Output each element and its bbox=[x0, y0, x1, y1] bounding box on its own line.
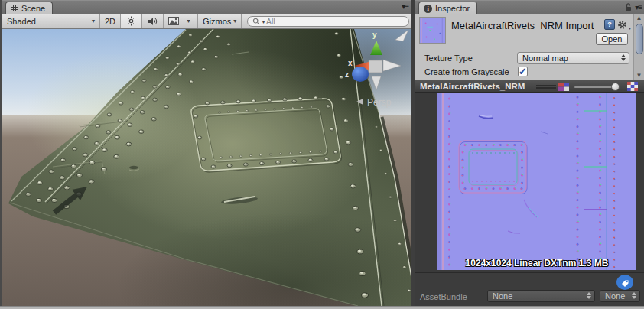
gizmos-dropdown[interactable]: Gizmos ▾ bbox=[197, 14, 242, 28]
asset-label-tag-icon[interactable] bbox=[616, 275, 633, 290]
rgb-channels-icon[interactable] bbox=[558, 83, 569, 91]
search-input[interactable] bbox=[266, 17, 404, 26]
grayscale-row: Create from Grayscale ✓ bbox=[415, 66, 644, 78]
dropdown-arrows-icon bbox=[632, 292, 636, 299]
scroll-down-icon[interactable]: ▼ bbox=[634, 72, 644, 79]
create-from-grayscale-checkbox[interactable]: ✓ bbox=[518, 67, 528, 76]
dropdown-arrows-icon bbox=[587, 292, 591, 299]
image-icon bbox=[168, 17, 179, 25]
shading-mode-label: Shaded bbox=[7, 17, 36, 26]
drag-handle-icon[interactable] bbox=[536, 85, 556, 89]
texture-import-header: MetalAircraftRivets_NRM Import ? ▾ Open … bbox=[415, 14, 644, 80]
lighting-toggle-button[interactable] bbox=[121, 14, 142, 28]
mip-slider-knob[interactable] bbox=[611, 83, 620, 91]
alpha-checker-icon[interactable] bbox=[627, 82, 638, 91]
checkmark-icon: ✓ bbox=[519, 66, 527, 77]
asset-bundle-label: AssetBundle bbox=[420, 292, 467, 301]
scene-search-field[interactable]: ▾ bbox=[247, 16, 409, 27]
gizmo-z-label: z bbox=[345, 70, 349, 79]
chevron-down-icon: ▾ bbox=[92, 18, 95, 24]
sun-icon bbox=[126, 16, 136, 26]
unity-editor-window: Scene ▾≡ Shaded ▾ 2D bbox=[0, 0, 644, 309]
search-filter-caret-icon[interactable]: ▾ bbox=[262, 19, 265, 24]
scene-panel-menu-icon[interactable]: ▾≡ bbox=[402, 2, 408, 11]
gizmo-x-label: x bbox=[348, 59, 353, 67]
texture-info-text: 1024x1024 Linear DXTnm 1.3 MB bbox=[437, 258, 636, 268]
inspector-tabbar: i Inspector ▾≡ bbox=[415, 0, 644, 14]
scene-tabbar: Scene ▾≡ bbox=[2, 0, 411, 14]
effects-dropdown[interactable]: ▾ bbox=[184, 14, 194, 28]
gizmo-z-cone[interactable] bbox=[352, 67, 369, 82]
texture-type-row: Texture Type Normal map bbox=[415, 52, 644, 64]
asset-bundle-dropdown[interactable]: None bbox=[487, 290, 595, 302]
inspector-tab-label: Inspector bbox=[435, 4, 470, 13]
projection-label[interactable]: Persp bbox=[367, 97, 392, 108]
chevron-down-icon: ▾ bbox=[629, 25, 631, 31]
scene-toolbar: Shaded ▾ 2D bbox=[2, 14, 411, 29]
gizmo-y-label: y bbox=[372, 31, 377, 39]
inspector-panel: i Inspector ▾≡ MetalAi bbox=[415, 0, 644, 306]
open-button[interactable]: Open bbox=[596, 33, 628, 45]
chevron-down-icon: ▾ bbox=[233, 18, 236, 24]
preview-title: MetalAircraftRivets_NRM bbox=[420, 82, 536, 91]
scroll-up-icon[interactable]: ▲ bbox=[634, 15, 644, 21]
info-icon: i bbox=[424, 5, 432, 13]
asset-bundle-section: AssetBundle None None bbox=[415, 272, 644, 306]
effects-toggle-button[interactable] bbox=[164, 14, 184, 28]
scrollbar-thumb[interactable] bbox=[636, 24, 643, 54]
asset-variant-dropdown[interactable]: None bbox=[600, 290, 640, 302]
settings-gear-dropdown[interactable]: ▾ bbox=[617, 19, 631, 30]
texture-type-label: Texture Type bbox=[424, 54, 473, 63]
asset-title: MetalAircraftRivets_NRM Import bbox=[451, 20, 595, 33]
search-icon bbox=[252, 18, 261, 26]
dropdown-arrows-icon bbox=[621, 54, 626, 61]
texture-preview-area[interactable]: 1024x1024 Linear DXTnm 1.3 MB bbox=[415, 93, 644, 272]
access-plate bbox=[191, 96, 342, 172]
texture-type-dropdown[interactable]: Normal map bbox=[517, 52, 629, 64]
tab-scene[interactable]: Scene bbox=[5, 2, 53, 15]
toggle-2d-button[interactable]: 2D bbox=[100, 14, 121, 28]
preview-header[interactable]: MetalAircraftRivets_NRM bbox=[415, 80, 644, 93]
shading-mode-dropdown[interactable]: Shaded ▾ bbox=[2, 14, 100, 28]
scene-viewport-3d[interactable]: y x z Persp bbox=[2, 29, 413, 306]
chevron-down-icon: ▾ bbox=[187, 18, 190, 24]
tab-inspector[interactable]: i Inspector bbox=[418, 2, 477, 15]
gear-icon bbox=[617, 20, 627, 30]
normal-map-preview[interactable] bbox=[437, 93, 636, 270]
audio-toggle-button[interactable] bbox=[142, 14, 164, 28]
inspector-scrollbar[interactable]: ▲ ▼ bbox=[633, 14, 644, 80]
gizmos-label: Gizmos bbox=[203, 17, 231, 26]
help-icon[interactable]: ? bbox=[604, 19, 615, 30]
texture-thumbnail[interactable] bbox=[419, 17, 446, 44]
grid-icon bbox=[11, 5, 18, 12]
create-from-grayscale-label: Create from Grayscale bbox=[424, 67, 517, 76]
lock-icon[interactable] bbox=[624, 2, 633, 11]
inspector-panel-menu-icon[interactable]: ▾≡ bbox=[635, 3, 642, 11]
scene-tab-label: Scene bbox=[21, 4, 45, 13]
scene-panel: Scene ▾≡ Shaded ▾ 2D bbox=[0, 0, 411, 306]
speaker-icon bbox=[148, 17, 158, 26]
window-bottom-edge bbox=[0, 306, 644, 309]
